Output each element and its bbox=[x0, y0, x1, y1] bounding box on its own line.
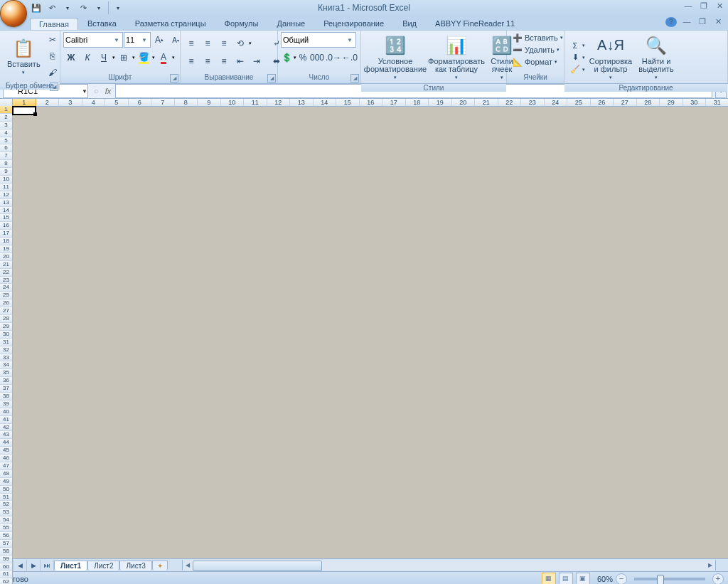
doc-minimize-button[interactable]: — bbox=[681, 17, 692, 27]
row-header[interactable]: 5 bbox=[0, 137, 13, 145]
row-header[interactable]: 46 bbox=[0, 455, 13, 462]
row-header[interactable]: 58 bbox=[0, 548, 13, 556]
row-header[interactable]: 37 bbox=[0, 385, 13, 393]
zoom-out-button[interactable]: − bbox=[616, 573, 627, 584]
clipboard-dialog-icon[interactable]: ◢ bbox=[50, 83, 58, 91]
font-size-combo[interactable]: 11▼ bbox=[124, 32, 151, 48]
column-header[interactable]: 5 bbox=[105, 99, 129, 106]
row-header[interactable]: 54 bbox=[0, 516, 13, 524]
column-header[interactable]: 19 bbox=[429, 99, 452, 106]
orientation-icon[interactable]: ⟲ bbox=[232, 36, 248, 51]
align-center-icon[interactable]: ≡ bbox=[200, 53, 215, 69]
name-box-dropdown-icon[interactable]: ▼ bbox=[82, 88, 87, 95]
doc-close-button[interactable]: ✕ bbox=[712, 17, 724, 27]
column-header[interactable]: 7 bbox=[151, 99, 175, 106]
row-header[interactable]: 35 bbox=[0, 369, 13, 377]
row-header[interactable]: 16 bbox=[0, 222, 13, 230]
cells-grid[interactable] bbox=[12, 106, 728, 558]
copy-icon[interactable]: ⎘ bbox=[45, 48, 60, 64]
row-header[interactable]: 59 bbox=[0, 556, 13, 563]
format-cells-button[interactable]: 📐Формат▾ bbox=[510, 56, 560, 68]
cancel-formula-icon[interactable]: ○ bbox=[91, 87, 101, 95]
row-header[interactable]: 27 bbox=[0, 307, 13, 315]
row-header[interactable]: 14 bbox=[0, 207, 13, 215]
normal-view-icon[interactable]: ▦ bbox=[542, 573, 556, 584]
font-dialog-icon[interactable]: ◢ bbox=[170, 74, 178, 83]
row-header[interactable]: 48 bbox=[0, 470, 13, 478]
row-header[interactable]: 9 bbox=[0, 168, 13, 176]
autosum-button[interactable]: Σ▾ bbox=[567, 40, 588, 51]
column-header[interactable]: 31 bbox=[706, 99, 728, 106]
redo-icon[interactable]: ↷ bbox=[77, 1, 90, 14]
column-header[interactable]: 27 bbox=[614, 99, 637, 106]
currency-dropdown-icon[interactable]: ▾ bbox=[294, 55, 296, 60]
row-header[interactable]: 18 bbox=[0, 238, 13, 245]
zoom-in-button[interactable]: + bbox=[712, 573, 724, 584]
increase-indent-icon[interactable]: ⇥ bbox=[249, 53, 264, 69]
currency-icon[interactable]: 💲 bbox=[281, 50, 293, 65]
row-header[interactable]: 4 bbox=[0, 129, 13, 137]
fontcolor-dropdown-icon[interactable]: ▾ bbox=[172, 55, 175, 60]
tab-view[interactable]: Вид bbox=[393, 17, 426, 30]
row-header[interactable]: 2 bbox=[0, 114, 13, 122]
column-header[interactable]: 4 bbox=[82, 99, 106, 106]
sort-filter-button[interactable]: A↓ЯСортировка и фильтр▾ bbox=[588, 32, 633, 83]
fill-dropdown-icon[interactable]: ▾ bbox=[152, 55, 155, 60]
row-header[interactable]: 57 bbox=[0, 540, 13, 548]
column-header[interactable]: 16 bbox=[360, 99, 383, 106]
comma-icon[interactable]: 000 bbox=[309, 50, 325, 65]
sheet-tab-3[interactable]: Лист3 bbox=[119, 561, 151, 570]
row-header[interactable]: 60 bbox=[0, 563, 13, 571]
save-icon[interactable]: 💾 bbox=[30, 1, 43, 14]
row-header[interactable]: 7 bbox=[0, 152, 13, 160]
grow-font-icon[interactable]: A▴ bbox=[151, 32, 167, 48]
column-header[interactable]: 1 bbox=[13, 99, 36, 106]
doc-restore-button[interactable]: ❐ bbox=[697, 17, 708, 27]
row-header[interactable]: 36 bbox=[0, 377, 13, 385]
row-header[interactable]: 29 bbox=[0, 323, 13, 331]
row-header[interactable]: 19 bbox=[0, 245, 13, 253]
row-header[interactable]: 61 bbox=[0, 570, 13, 578]
tab-insert[interactable]: Вставка bbox=[78, 17, 126, 30]
select-all-button[interactable] bbox=[0, 99, 13, 106]
paste-button[interactable]: 📋 Вставить ▾ bbox=[3, 35, 45, 78]
row-header[interactable]: 55 bbox=[0, 524, 13, 532]
fill-color-icon[interactable]: 🪣 bbox=[136, 50, 151, 65]
row-header[interactable]: 42 bbox=[0, 424, 13, 432]
column-header[interactable]: 2 bbox=[36, 99, 60, 106]
decrease-decimal-icon[interactable]: ←.0 bbox=[342, 50, 358, 65]
tab-home[interactable]: Главная bbox=[30, 18, 78, 30]
row-header[interactable]: 41 bbox=[0, 416, 13, 424]
tab-prev-icon[interactable]: ◀ bbox=[14, 560, 27, 571]
column-header[interactable]: 24 bbox=[545, 99, 568, 106]
column-header[interactable]: 21 bbox=[475, 99, 498, 106]
underline-dropdown-icon[interactable]: ▾ bbox=[112, 55, 115, 60]
increase-decimal-icon[interactable]: .0→ bbox=[326, 50, 341, 65]
row-header[interactable]: 28 bbox=[0, 315, 13, 323]
column-header[interactable]: 11 bbox=[244, 99, 267, 106]
active-cell[interactable] bbox=[12, 106, 36, 115]
hscroll-thumb[interactable] bbox=[193, 561, 322, 571]
row-header[interactable]: 33 bbox=[0, 354, 13, 362]
tab-data[interactable]: Данные bbox=[267, 17, 314, 30]
align-bottom-icon[interactable]: ≡ bbox=[216, 36, 232, 51]
clear-button[interactable]: 🧹▾ bbox=[567, 64, 588, 75]
column-header[interactable]: 22 bbox=[498, 99, 522, 106]
column-header[interactable]: 25 bbox=[567, 99, 591, 106]
redo-dropdown-icon[interactable]: ▾ bbox=[92, 1, 105, 14]
delete-cells-button[interactable]: ➖Удалить▾ bbox=[510, 44, 562, 55]
underline-button[interactable]: Ч bbox=[96, 50, 112, 65]
column-header[interactable]: 23 bbox=[521, 99, 545, 106]
row-header[interactable]: 1 bbox=[0, 106, 13, 114]
row-header[interactable]: 44 bbox=[0, 439, 13, 447]
horizontal-scrollbar[interactable]: ◀ ▶ bbox=[182, 560, 715, 570]
row-header[interactable]: 10 bbox=[0, 176, 13, 184]
find-select-button[interactable]: 🔍Найти и выделить▾ bbox=[633, 32, 679, 83]
page-break-view-icon[interactable]: ▣ bbox=[576, 573, 590, 584]
row-header[interactable]: 25 bbox=[0, 292, 13, 299]
row-header[interactable]: 38 bbox=[0, 393, 13, 400]
tab-last-icon[interactable]: ⏭ bbox=[41, 560, 54, 571]
row-header[interactable]: 31 bbox=[0, 339, 13, 346]
conditional-formatting-button[interactable]: 🔢Условное форматирование▾ bbox=[364, 32, 427, 83]
row-header[interactable]: 23 bbox=[0, 277, 13, 285]
